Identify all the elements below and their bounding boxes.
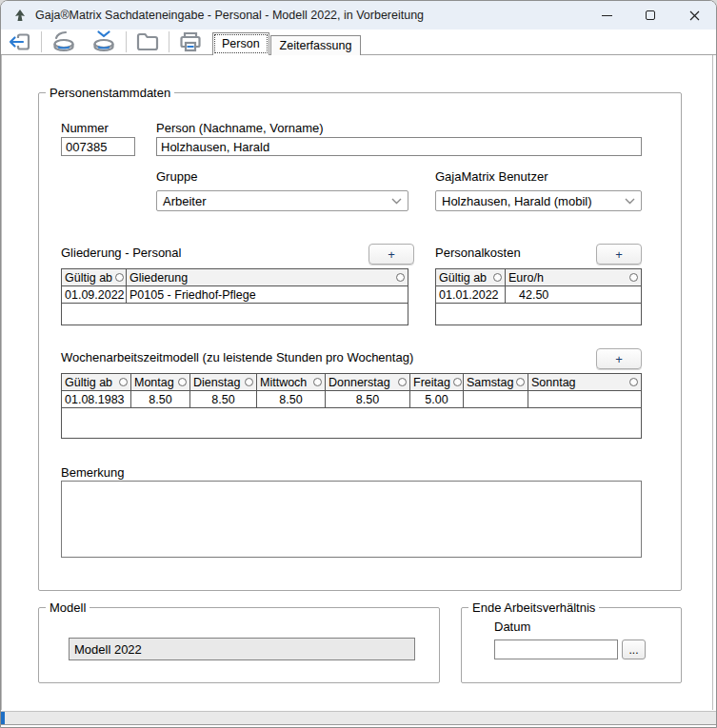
print-icon[interactable] bbox=[171, 30, 209, 54]
gliederung-table-header: Gültig ab Gliederung bbox=[62, 269, 408, 286]
database-save-icon[interactable] bbox=[84, 30, 124, 54]
column-header[interactable]: Sonntag bbox=[528, 374, 641, 390]
toolbar: Person Zeiterfassung bbox=[1, 30, 716, 55]
wochenmodell-table-header: Gültig ab Montag Dienstag Mittwoch Donne… bbox=[62, 374, 641, 391]
person-label: Person (Nachname, Vorname) bbox=[156, 121, 324, 135]
table-empty-area bbox=[62, 304, 408, 325]
database-load-icon[interactable] bbox=[44, 30, 84, 54]
toolbar-separator bbox=[169, 31, 169, 52]
folder-icon[interactable] bbox=[129, 30, 167, 54]
personalkosten-table-header: Gültig ab Euro/h bbox=[436, 269, 641, 286]
sort-circle-icon[interactable] bbox=[629, 273, 638, 282]
table-row[interactable]: 01.09.2022 P0105 - Friedhof-Pflege bbox=[62, 286, 408, 304]
app-window: Gaja®Matrix Sachdateneingabe - Personal … bbox=[0, 0, 717, 728]
table-row[interactable]: 01.08.1983 8.50 8.50 8.50 8.50 5.00 bbox=[62, 391, 641, 408]
gliederung-add-button[interactable]: + bbox=[368, 244, 414, 265]
tab-page-person: Personenstammdaten Nummer Person (Nachna… bbox=[1, 55, 717, 710]
table-row[interactable]: 01.01.2022 42.50 bbox=[436, 286, 641, 304]
scrollbar-thumb[interactable] bbox=[1, 712, 5, 724]
datum-input[interactable] bbox=[494, 639, 618, 659]
column-header[interactable]: Gliederung bbox=[127, 269, 408, 285]
column-header[interactable]: Mittwoch bbox=[257, 374, 326, 390]
sort-circle-icon[interactable] bbox=[396, 273, 405, 282]
toolbar-separator bbox=[126, 31, 127, 52]
sort-circle-icon[interactable] bbox=[453, 378, 462, 386]
bemerkung-label: Bemerkung bbox=[61, 465, 124, 480]
sort-circle-icon[interactable] bbox=[398, 378, 407, 386]
personalkosten-table: Gültig ab Euro/h 01.01.2022 42.50 bbox=[435, 268, 642, 325]
minimize-button[interactable] bbox=[585, 1, 628, 30]
chevron-down-icon bbox=[391, 198, 402, 205]
column-header[interactable]: Gültig ab bbox=[62, 374, 131, 390]
gruppe-select[interactable]: Arbeiter bbox=[156, 190, 408, 211]
sort-circle-icon[interactable] bbox=[115, 273, 124, 282]
benutzer-select[interactable]: Holzhausen, Harald (mobil) bbox=[435, 190, 642, 211]
bemerkung-textarea[interactable] bbox=[61, 481, 642, 558]
person-input[interactable] bbox=[156, 137, 642, 156]
sort-circle-icon[interactable] bbox=[516, 378, 525, 386]
sort-circle-icon[interactable] bbox=[119, 378, 128, 386]
groupbox-legend: Ende Arbeitsverhältnis bbox=[468, 600, 599, 615]
column-header[interactable]: Montag bbox=[131, 374, 190, 390]
column-header[interactable]: Euro/h bbox=[506, 269, 641, 285]
column-header[interactable]: Dienstag bbox=[190, 374, 257, 390]
gliederung-label: Gliederung - Personal bbox=[61, 246, 181, 260]
gruppe-selected-value: Arbeiter bbox=[163, 194, 207, 208]
gliederung-table: Gültig ab Gliederung 01.09.2022 P0105 - … bbox=[61, 268, 408, 325]
close-button[interactable] bbox=[672, 1, 716, 30]
window-title: Gaja®Matrix Sachdateneingabe - Personal … bbox=[35, 9, 424, 22]
column-header[interactable]: Samstag bbox=[464, 374, 528, 390]
benutzer-label: GajaMatrix Benutzer bbox=[435, 169, 548, 184]
sort-circle-icon[interactable] bbox=[629, 378, 638, 386]
app-logo-icon bbox=[13, 10, 27, 22]
tab-bar: Person Zeiterfassung bbox=[212, 32, 361, 55]
modell-readonly-field: Modell 2022 bbox=[69, 638, 415, 660]
sort-circle-icon[interactable] bbox=[178, 378, 187, 386]
column-header[interactable]: Gültig ab bbox=[62, 269, 127, 285]
toolbar-separator bbox=[41, 31, 42, 52]
column-header[interactable]: Gültig ab bbox=[436, 269, 506, 285]
benutzer-selected-value: Holzhausen, Harald (mobil) bbox=[442, 194, 592, 208]
groupbox-legend: Personenstammdaten bbox=[46, 86, 174, 100]
sort-circle-icon[interactable] bbox=[245, 378, 253, 386]
table-empty-area bbox=[436, 304, 641, 325]
exit-icon[interactable] bbox=[1, 30, 39, 54]
tab-person[interactable]: Person bbox=[212, 32, 269, 55]
maximize-button[interactable] bbox=[628, 1, 672, 30]
nummer-input[interactable] bbox=[61, 137, 135, 156]
bottom-scrollbar[interactable] bbox=[1, 711, 716, 725]
sort-circle-icon[interactable] bbox=[493, 273, 502, 282]
wochenmodell-add-button[interactable]: + bbox=[596, 348, 642, 369]
wochenmodell-table: Gültig ab Montag Dienstag Mittwoch Donne… bbox=[61, 373, 642, 439]
titlebar: Gaja®Matrix Sachdateneingabe - Personal … bbox=[1, 1, 716, 30]
personalkosten-label: Personalkosten bbox=[435, 246, 521, 260]
groupbox-legend: Modell bbox=[46, 600, 90, 615]
personalkosten-add-button[interactable]: + bbox=[596, 244, 642, 265]
tab-zeiterfassung[interactable]: Zeiterfassung bbox=[270, 35, 362, 55]
column-header[interactable]: Donnerstag bbox=[326, 374, 410, 390]
column-header[interactable]: Freitag bbox=[410, 374, 464, 390]
table-empty-area bbox=[62, 408, 641, 438]
datum-browse-button[interactable]: ... bbox=[622, 639, 646, 659]
gruppe-label: Gruppe bbox=[156, 169, 197, 184]
sort-circle-icon[interactable] bbox=[313, 378, 322, 386]
chevron-down-icon bbox=[625, 198, 635, 205]
nummer-label: Nummer bbox=[61, 121, 109, 135]
datum-label: Datum bbox=[494, 620, 530, 634]
wochenmodell-label: Wochenarbeitszeitmodell (zu leistende St… bbox=[61, 350, 413, 364]
